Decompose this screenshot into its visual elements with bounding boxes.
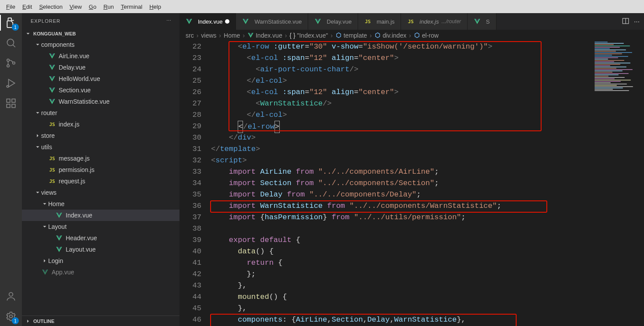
- tree-item[interactable]: Index.vue: [22, 210, 179, 221]
- menu-help[interactable]: Help: [146, 2, 165, 12]
- editor-tab[interactable]: WarnStatistice.vue: [236, 13, 308, 30]
- menu-view[interactable]: View: [66, 2, 85, 12]
- tree-item[interactable]: WarnStatistice.vue: [22, 96, 179, 107]
- code-line[interactable]: 38: [179, 223, 591, 235]
- tree-item[interactable]: Layout.vue: [22, 244, 179, 255]
- code-line[interactable]: 26 <el-col :span="12" align="center">: [179, 87, 591, 98]
- menu-run[interactable]: Run: [100, 2, 117, 12]
- tree-item[interactable]: JSmessage.js: [22, 153, 179, 164]
- tree-item[interactable]: App.vue: [22, 266, 179, 278]
- code-line[interactable]: 46 components: {AirLine,Section,Delay,Wa…: [179, 314, 591, 326]
- code-line[interactable]: 24 <air-port-count-chart/>: [179, 64, 591, 75]
- code-line[interactable]: 22 <el-row :gutter="30" v-show="isShow('…: [179, 41, 591, 53]
- split-editor-icon[interactable]: [622, 17, 630, 26]
- tab-more-icon[interactable]: ⋯: [634, 18, 640, 25]
- line-number: 25: [179, 75, 211, 87]
- code-line[interactable]: 31</template>: [179, 144, 591, 155]
- source-control-icon[interactable]: [5, 57, 17, 69]
- tree-item[interactable]: JSpermission.js: [22, 164, 179, 175]
- tree-item[interactable]: Layout: [22, 221, 179, 232]
- code-editor[interactable]: 22 <el-row :gutter="30" v-show="isShow('…: [179, 41, 591, 326]
- tree-item[interactable]: views: [22, 187, 179, 198]
- minimap-line: [595, 74, 619, 75]
- tree-item[interactable]: components: [22, 39, 179, 50]
- code-line[interactable]: 27 <WarnStatistice/>: [179, 98, 591, 109]
- code-line[interactable]: 35 import Delay from "../../components/D…: [179, 189, 591, 200]
- sidebar: EXPLORER ⋯ KONGGUAN_WEB componentsAirLin…: [22, 13, 179, 326]
- tree-item-label: Header.vue: [66, 235, 97, 242]
- code-line[interactable]: 33 import AirLine from "../../components…: [179, 166, 591, 178]
- accounts-icon[interactable]: [5, 290, 17, 302]
- run-debug-icon[interactable]: [5, 77, 17, 89]
- extensions-icon[interactable]: [5, 97, 17, 109]
- tree-item[interactable]: Home: [22, 198, 179, 210]
- code-line[interactable]: 30 </div>: [179, 132, 591, 144]
- breadcrumb-item[interactable]: el-row: [414, 32, 439, 39]
- breadcrumb-item[interactable]: div.index: [374, 32, 406, 39]
- tree-item[interactable]: JSrequest.js: [22, 175, 179, 187]
- code-line[interactable]: 37 import {hasPermission} from "../../ut…: [179, 212, 591, 223]
- menu-terminal[interactable]: Terminal: [117, 2, 146, 12]
- tree-item[interactable]: router: [22, 107, 179, 119]
- code-line[interactable]: 34 import Section from "../../components…: [179, 178, 591, 189]
- tree-item[interactable]: JSindex.js: [22, 119, 179, 130]
- code-content: </div>: [211, 132, 591, 144]
- code-line[interactable]: 28 </el-col>: [179, 109, 591, 121]
- file-tree[interactable]: componentsAirLine.vueDelay.vueHelloWorld…: [22, 39, 179, 315]
- breadcrumbs[interactable]: src›views›Home› Index.vue›{ } "Index.vue…: [179, 30, 644, 41]
- code-line[interactable]: 43 },: [179, 280, 591, 291]
- code-line[interactable]: 36 import WarnStatistice from "../../com…: [179, 200, 591, 212]
- code-line[interactable]: 39 export default {: [179, 235, 591, 246]
- code-line[interactable]: 41 return {: [179, 257, 591, 269]
- explorer-icon[interactable]: 1: [5, 17, 17, 29]
- tree-item[interactable]: utils: [22, 141, 179, 153]
- breadcrumb-label: div.index: [383, 32, 406, 39]
- editor-tab[interactable]: Index.vue: [179, 13, 236, 30]
- minimap[interactable]: [591, 41, 644, 326]
- tree-item-label: store: [41, 132, 55, 139]
- code-line[interactable]: 25 </el-col>: [179, 75, 591, 87]
- project-section[interactable]: KONGGUAN_WEB: [22, 28, 179, 39]
- breadcrumb-item[interactable]: { } "Index.vue": [289, 32, 328, 39]
- minimap-line: [595, 84, 627, 84]
- tree-item[interactable]: Login: [22, 255, 179, 266]
- menu-edit[interactable]: Edit: [19, 2, 35, 12]
- code-line[interactable]: 29 </el-row>: [179, 121, 591, 132]
- breadcrumb-item[interactable]: src: [186, 32, 194, 39]
- editor-tab[interactable]: JSmain.js: [358, 13, 401, 30]
- editor-tab[interactable]: Delay.vue: [308, 13, 358, 30]
- code-line[interactable]: 42 };: [179, 269, 591, 280]
- vue-file-icon: [48, 98, 56, 105]
- tree-item[interactable]: AirLine.vue: [22, 50, 179, 62]
- menu-file[interactable]: File: [3, 2, 19, 12]
- breadcrumb-label: el-row: [422, 32, 439, 39]
- tree-item[interactable]: Header.vue: [22, 232, 179, 244]
- tree-item[interactable]: store: [22, 130, 179, 141]
- code-line[interactable]: 32<script>: [179, 155, 591, 166]
- tree-item[interactable]: Delay.vue: [22, 62, 179, 73]
- menu-selection[interactable]: Selection: [35, 2, 66, 12]
- breadcrumb-label: template: [344, 32, 367, 39]
- breadcrumb-separator-icon: ›: [197, 32, 199, 39]
- code-line[interactable]: 45 },: [179, 303, 591, 314]
- breadcrumb-item[interactable]: views: [201, 32, 216, 39]
- code-line[interactable]: 44 mounted() {: [179, 291, 591, 303]
- tree-item[interactable]: HelloWorld.vue: [22, 73, 179, 84]
- code-line[interactable]: 23 <el-col :span="12" align="center">: [179, 53, 591, 64]
- breadcrumb-item[interactable]: template: [335, 32, 367, 39]
- minimap-line: [595, 59, 608, 60]
- tree-item[interactable]: Section.vue: [22, 84, 179, 96]
- menu-go[interactable]: Go: [85, 2, 100, 12]
- minimap-line: [595, 44, 614, 45]
- outline-section[interactable]: OUTLINE: [22, 315, 179, 326]
- sidebar-more-icon[interactable]: ⋯: [166, 18, 172, 24]
- editor-tab[interactable]: JSindex.js.../router: [401, 13, 468, 30]
- breadcrumb-item[interactable]: Home: [224, 32, 240, 39]
- search-icon[interactable]: [5, 37, 17, 49]
- code-line[interactable]: 40 data() {: [179, 246, 591, 257]
- js-file-icon: JS: [48, 179, 56, 184]
- line-number: 35: [179, 189, 211, 200]
- breadcrumb-item[interactable]: Index.vue: [247, 32, 282, 39]
- editor-tab[interactable]: S: [468, 13, 496, 30]
- settings-gear-icon[interactable]: 1: [5, 310, 17, 322]
